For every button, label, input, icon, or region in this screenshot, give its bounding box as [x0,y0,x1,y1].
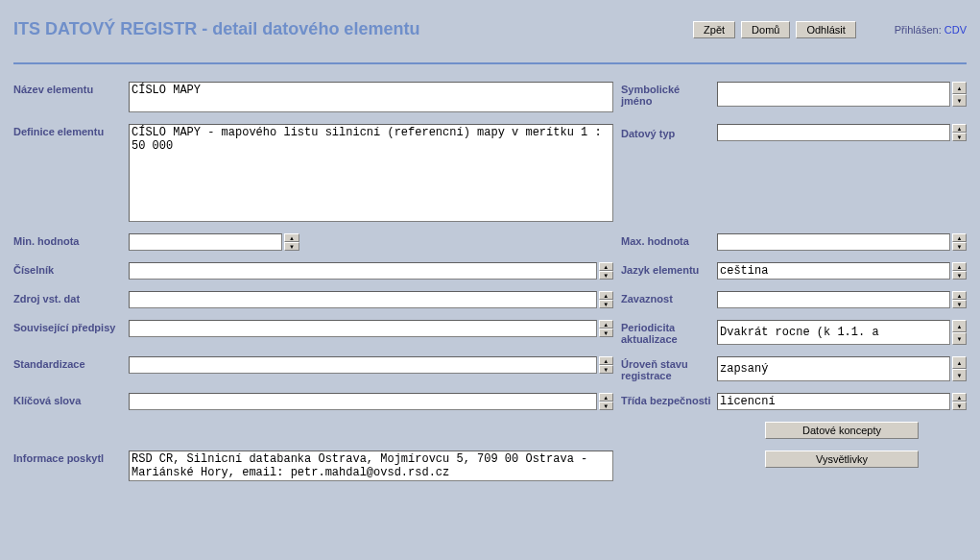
zdroj-spinner[interactable]: ▲▼ [599,291,613,308]
label-trida: Třída bezpečnosti [621,393,717,410]
uroven-input[interactable] [717,356,950,381]
label-periodicita: Periodicita aktualizace [621,320,717,345]
symbolicke-input[interactable] [717,82,950,107]
login-status: Přihlášen: CDV [895,24,967,36]
vysvetlivky-button[interactable]: Vysvětlivky [765,450,919,468]
jazyk-input[interactable] [717,262,950,280]
header-right: Zpět Domů Odhlásit Přihlášen: CDV [693,21,967,38]
periodicita-spinner[interactable]: ▲▼ [952,320,967,345]
label-standardizace: Standardizace [13,356,129,374]
standardizace-spinner[interactable]: ▲▼ [599,356,613,374]
label-jazyk: Jazyk elementu [621,262,717,280]
predpisy-input[interactable] [129,320,597,337]
klicova-input[interactable] [129,393,597,410]
divider [13,62,967,64]
zdroj-input[interactable] [129,291,597,308]
max-spinner[interactable]: ▲▼ [952,233,967,251]
label-klicova: Klíčová slova [13,393,129,410]
label-ciselnik: Číselník [13,262,129,280]
datove-koncepty-button[interactable]: Datové koncepty [765,422,919,439]
standardizace-input[interactable] [129,356,597,374]
predpisy-spinner[interactable]: ▲▼ [599,320,613,337]
jazyk-spinner[interactable]: ▲▼ [952,262,967,280]
page-content: ITS DATOVÝ REGISTR - detail datového ele… [0,0,980,560]
page-scroll[interactable]: ITS DATOVÝ REGISTR - detail datového ele… [0,0,980,560]
back-button[interactable]: Zpět [693,21,735,38]
informace-input[interactable]: RSD CR, Silnicní databanka Ostrava, Mojm… [129,450,613,481]
datovytyp-spinner[interactable]: ▲▼ [952,124,967,141]
label-informace: Informace poskytl [13,450,129,481]
ciselnik-input[interactable] [129,262,597,280]
label-zdroj: Zdroj vst. dat [13,291,129,308]
home-button[interactable]: Domů [741,21,790,38]
definice-input[interactable]: CÍSLO MAPY - mapového listu silnicní (re… [129,124,613,222]
klicova-spinner[interactable]: ▲▼ [599,393,613,410]
logout-button[interactable]: Odhlásit [796,21,855,38]
login-label: Přihlášen: [895,24,942,36]
datovytyp-input[interactable] [717,124,950,141]
label-uroven: Úroveň stavu registrace [621,356,717,381]
zavaznost-spinner[interactable]: ▲▼ [952,291,967,308]
ciselnik-spinner[interactable]: ▲▼ [599,262,613,280]
label-predpisy: Související předpisy [13,320,129,337]
symbolicke-spinner[interactable]: ▲▼ [952,82,967,107]
label-min: Min. hodnota [13,233,129,251]
label-nazev: Název elementu [13,82,129,112]
trida-input[interactable] [717,393,950,410]
max-input[interactable] [717,233,950,251]
uroven-spinner[interactable]: ▲▼ [952,356,967,381]
nazev-input[interactable]: CÍSLO MAPY [129,82,613,112]
periodicita-input[interactable] [717,320,950,345]
label-datovytyp: Datový typ [621,126,717,139]
trida-spinner[interactable]: ▲▼ [952,393,967,410]
page-title: ITS DATOVÝ REGISTR - detail datového ele… [13,19,419,39]
min-input[interactable] [129,233,282,251]
header: ITS DATOVÝ REGISTR - detail datového ele… [13,10,967,62]
label-max: Max. hodnota [621,233,717,251]
label-zavaznost: Zavaznost [621,291,717,308]
min-spinner[interactable]: ▲▼ [284,233,299,251]
login-user: CDV [944,24,967,36]
header-buttons: Zpět Domů Odhlásit [693,21,856,38]
label-definice: Definice elementu [13,124,129,222]
label-symbolicke: Symbolické jméno [621,82,717,107]
zavaznost-input[interactable] [717,291,950,308]
